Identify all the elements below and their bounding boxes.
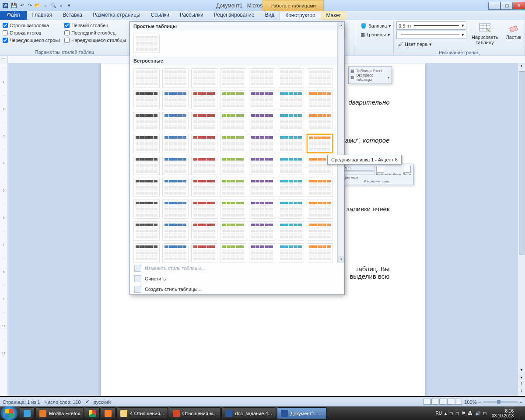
table-style-thumb[interactable] xyxy=(249,156,275,175)
draw-table-button[interactable]: Нарисовать таблицу xyxy=(469,21,500,49)
table-style-thumb[interactable] xyxy=(278,90,304,109)
table-style-thumb[interactable] xyxy=(220,156,246,175)
tab-mailings[interactable]: Рассылки xyxy=(175,11,209,20)
zoom-in-icon[interactable]: + xyxy=(520,399,522,405)
tray-lang[interactable]: RU xyxy=(435,411,441,416)
table-style-thumb[interactable] xyxy=(249,243,275,262)
table-style-thumb[interactable] xyxy=(133,112,160,131)
table-style-thumb[interactable] xyxy=(249,90,275,109)
eraser-button[interactable]: Ластик xyxy=(503,21,524,49)
table-style-thumb[interactable] xyxy=(220,134,246,153)
table-style-thumb[interactable] xyxy=(162,243,189,262)
table-style-thumb[interactable] xyxy=(133,34,160,53)
table-style-thumb[interactable] xyxy=(220,243,246,262)
pen-color-button[interactable]: 🖊 Цвет пера ▾ xyxy=(396,40,466,49)
tray-clock[interactable]: 8:1603.10.2013 xyxy=(489,409,516,418)
zoom-slider[interactable] xyxy=(483,401,518,403)
print-preview-icon[interactable]: 🔍 xyxy=(50,2,57,9)
table-style-thumb[interactable] xyxy=(191,221,217,241)
tab-pagelayout[interactable]: Разметка страницы xyxy=(88,11,146,20)
tray-other-icon[interactable]: ◻ xyxy=(483,411,486,416)
tab-review[interactable]: Рецензирование xyxy=(209,11,260,20)
start-button[interactable] xyxy=(1,406,18,420)
zoom-value[interactable]: 100% xyxy=(464,399,476,405)
tab-view[interactable]: Вид xyxy=(259,11,280,20)
table-style-thumb[interactable] xyxy=(220,112,246,131)
table-style-thumb[interactable] xyxy=(191,68,217,88)
chk-total-row[interactable]: Строка итогов xyxy=(3,29,60,36)
table-style-thumb[interactable] xyxy=(191,90,217,109)
table-style-thumb[interactable] xyxy=(220,200,246,219)
table-style-thumb[interactable] xyxy=(133,156,160,175)
taskbar-ie[interactable] xyxy=(20,407,35,419)
line-weight-select[interactable]: 0,5 пт▾ xyxy=(396,21,466,30)
chk-first-col[interactable]: Первый столбец xyxy=(64,21,126,29)
quick-table-menu[interactable]: ▦ Таблица Excel ▦ Экспресс таблицы ▸ xyxy=(348,66,392,84)
qat-icon[interactable]: ▫ xyxy=(58,2,65,9)
table-style-thumb[interactable] xyxy=(162,156,189,175)
table-style-thumb[interactable] xyxy=(307,134,333,153)
table-style-thumb[interactable] xyxy=(220,178,246,197)
tray-flag-icon[interactable]: ⚑ xyxy=(462,411,466,416)
save-icon[interactable]: 💾 xyxy=(10,2,18,9)
tab-home[interactable]: Главная xyxy=(27,11,58,20)
table-style-thumb[interactable] xyxy=(278,112,304,131)
chk-last-col[interactable]: Последний столбец xyxy=(64,29,126,36)
system-tray[interactable]: RU ▴ ◻ ◻ ⚑ 🖧 🔊 ◻ 8:1603.10.2013 xyxy=(433,407,525,419)
maximize-button[interactable]: ▢ xyxy=(500,2,513,10)
tab-layout[interactable]: Макет xyxy=(321,11,346,20)
tab-references[interactable]: Ссылки xyxy=(146,11,175,20)
tray-icon[interactable]: ▴ xyxy=(444,411,447,416)
table-style-thumb[interactable] xyxy=(307,243,333,262)
vertical-ruler[interactable]: ·1·2·3·4·5·6·7·8·9·10·11 xyxy=(0,63,8,396)
table-style-thumb[interactable] xyxy=(307,90,333,109)
gallery-scrollbar[interactable]: ▴▾ xyxy=(337,22,344,263)
open-icon[interactable]: 📂 xyxy=(34,2,41,9)
close-button[interactable]: ✕ xyxy=(513,2,525,10)
table-style-thumb[interactable] xyxy=(220,68,246,88)
status-words[interactable]: Число слов: 110 xyxy=(45,399,81,405)
gallery-cmd-new[interactable]: Создать стиль таблицы... xyxy=(130,284,344,294)
table-style-thumb[interactable] xyxy=(249,112,275,131)
table-style-thumb[interactable] xyxy=(307,68,333,88)
zoom-out-icon[interactable]: – xyxy=(478,399,481,405)
table-style-thumb[interactable] xyxy=(220,221,246,241)
table-style-thumb[interactable] xyxy=(278,156,304,175)
table-style-thumb[interactable] xyxy=(249,134,275,153)
taskbar-media[interactable] xyxy=(101,407,116,419)
table-style-thumb[interactable] xyxy=(191,178,217,197)
table-style-thumb[interactable] xyxy=(249,68,275,88)
table-style-thumb[interactable] xyxy=(162,200,189,219)
table-style-thumb[interactable] xyxy=(307,200,333,219)
table-style-thumb[interactable] xyxy=(249,200,275,219)
table-style-thumb[interactable] xyxy=(278,200,304,219)
chk-banded-cols[interactable]: Чередующиеся столбцы xyxy=(64,36,126,44)
fill-button[interactable]: 🪣 Заливка ▾ xyxy=(359,21,391,30)
chk-header-row[interactable]: Строка заголовка xyxy=(3,21,60,29)
table-style-thumb[interactable] xyxy=(191,134,217,153)
tray-av-icon[interactable]: ◻ xyxy=(455,411,459,416)
tray-network-icon[interactable]: 🖧 xyxy=(468,411,472,416)
table-style-thumb[interactable] xyxy=(133,90,160,109)
table-style-thumb[interactable] xyxy=(307,178,333,197)
table-style-thumb[interactable] xyxy=(133,134,160,153)
qat-more-icon[interactable]: ▾ xyxy=(66,2,73,9)
taskbar-chrome[interactable] xyxy=(85,407,100,419)
table-style-thumb[interactable] xyxy=(133,221,160,241)
table-style-thumb[interactable] xyxy=(133,243,160,262)
table-style-thumb[interactable] xyxy=(191,200,217,219)
table-style-thumb[interactable] xyxy=(162,68,189,88)
redo-icon[interactable]: ↷ xyxy=(26,2,33,9)
table-style-thumb[interactable] xyxy=(220,90,246,109)
new-icon[interactable]: ▫ xyxy=(42,2,49,9)
tray-nvidia-icon[interactable]: ◻ xyxy=(449,411,453,416)
table-style-thumb[interactable] xyxy=(162,134,189,153)
tab-file[interactable]: Файл xyxy=(0,11,27,20)
table-style-thumb[interactable] xyxy=(191,243,217,262)
table-style-thumb[interactable] xyxy=(278,68,304,88)
status-page[interactable]: Страница: 1 из 1 xyxy=(3,399,40,405)
table-style-thumb[interactable] xyxy=(162,90,189,109)
table-style-thumb[interactable] xyxy=(278,134,304,153)
show-desktop-button[interactable] xyxy=(519,407,522,419)
table-style-thumb[interactable] xyxy=(278,243,304,262)
